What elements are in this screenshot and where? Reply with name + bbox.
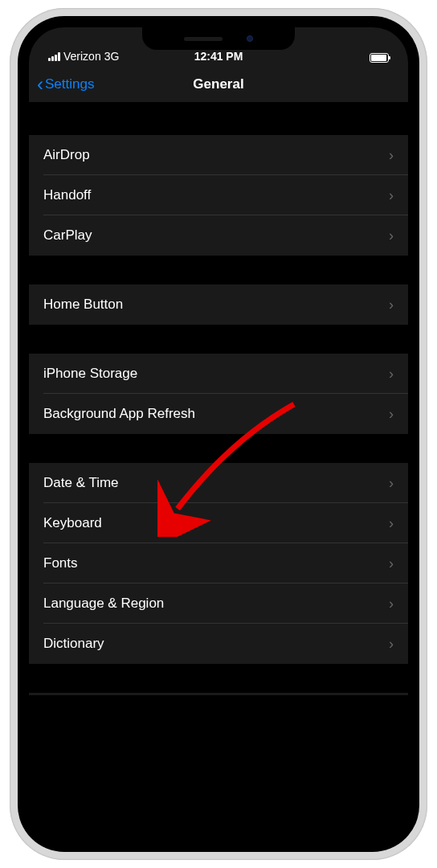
row-fonts[interactable]: Fonts › xyxy=(29,543,408,583)
row-label: Fonts xyxy=(43,555,78,571)
row-date-time[interactable]: Date & Time › xyxy=(29,463,408,503)
row-airdrop[interactable]: AirDrop › xyxy=(29,135,408,175)
page-title: General xyxy=(193,76,243,92)
phone-frame: Verizon 3G 12:41 PM ‹ Settings General xyxy=(10,8,427,860)
back-label: Settings xyxy=(45,76,94,92)
chevron-right-icon: › xyxy=(389,406,394,423)
row-keyboard[interactable]: Keyboard › xyxy=(29,503,408,543)
chevron-right-icon: › xyxy=(389,555,394,572)
chevron-right-icon: › xyxy=(389,227,394,244)
chevron-right-icon: › xyxy=(389,366,394,383)
screen: Verizon 3G 12:41 PM ‹ Settings General xyxy=(29,27,408,841)
phone-bezel: Verizon 3G 12:41 PM ‹ Settings General xyxy=(18,16,419,852)
row-label: Keyboard xyxy=(43,515,102,531)
front-camera xyxy=(247,35,253,42)
signal-icon xyxy=(48,52,60,61)
row-home-button[interactable]: Home Button › xyxy=(29,285,408,325)
chevron-right-icon: › xyxy=(389,187,394,204)
speaker xyxy=(184,37,223,41)
row-language-region[interactable]: Language & Region › xyxy=(29,583,408,624)
row-label: Language & Region xyxy=(43,596,164,612)
row-iphone-storage[interactable]: iPhone Storage › xyxy=(29,354,408,394)
chevron-right-icon: › xyxy=(389,297,394,313)
status-time: 12:41 PM xyxy=(194,50,243,63)
row-dictionary[interactable]: Dictionary › xyxy=(29,624,408,664)
row-label: Handoff xyxy=(43,187,91,203)
status-right xyxy=(370,53,389,63)
chevron-right-icon: › xyxy=(389,475,394,492)
chevron-left-icon: ‹ xyxy=(37,75,43,94)
row-label: CarPlay xyxy=(43,227,92,244)
back-button[interactable]: ‹ Settings xyxy=(29,75,94,94)
battery-icon xyxy=(370,53,389,63)
content[interactable]: AirDrop › Handoff › CarPlay › Home Butto… xyxy=(29,103,408,841)
chevron-right-icon: › xyxy=(389,147,394,164)
chevron-right-icon: › xyxy=(389,515,394,532)
section: iPhone Storage › Background App Refresh … xyxy=(29,354,408,434)
row-label: Date & Time xyxy=(43,475,119,491)
row-label: Dictionary xyxy=(43,636,104,652)
nav-bar: ‹ Settings General xyxy=(29,66,408,103)
row-label: Background App Refresh xyxy=(43,406,195,422)
row-background-app-refresh[interactable]: Background App Refresh › xyxy=(29,394,408,434)
chevron-right-icon: › xyxy=(389,596,394,612)
row-carplay[interactable]: CarPlay › xyxy=(29,215,408,256)
status-left: Verizon 3G xyxy=(48,50,119,63)
section: Date & Time › Keyboard › Fonts › Languag… xyxy=(29,463,408,664)
section: AirDrop › Handoff › CarPlay › xyxy=(29,135,408,256)
network-label: 3G xyxy=(104,50,120,63)
row-label: iPhone Storage xyxy=(43,366,137,382)
row-label: Home Button xyxy=(43,297,123,313)
row-handoff[interactable]: Handoff › xyxy=(29,175,408,215)
row-label: AirDrop xyxy=(43,147,90,163)
carrier-label: Verizon xyxy=(63,50,101,63)
section: Home Button › xyxy=(29,285,408,325)
chevron-right-icon: › xyxy=(389,636,394,653)
section-divider xyxy=(29,693,408,695)
notch xyxy=(142,27,295,50)
